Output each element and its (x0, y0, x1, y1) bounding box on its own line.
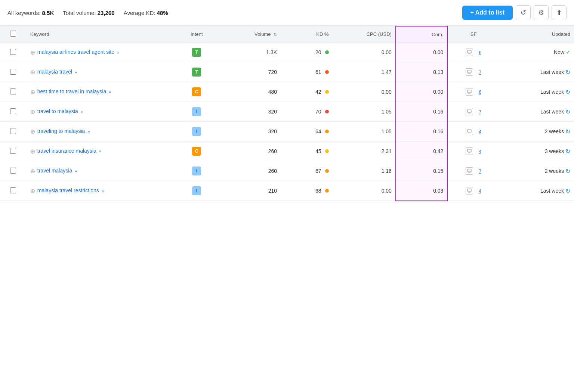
sf-preview-icon[interactable] (466, 147, 473, 155)
keyword-arrows[interactable]: » (102, 189, 104, 193)
updated-text: Last week (540, 69, 564, 75)
keyword-arrows[interactable]: » (75, 169, 77, 173)
cpc-cell: 1.05 (333, 122, 396, 141)
row-checkbox[interactable] (10, 148, 16, 154)
sf-number[interactable]: 7 (479, 69, 481, 75)
add-circle-icon[interactable]: ⊕ (30, 187, 35, 195)
keyword-arrows[interactable]: » (109, 90, 111, 94)
keyword-cell: ⊕ malaysia airlines travel agent site » (27, 43, 176, 62)
keyword-link[interactable]: travel insurance malaysia (37, 148, 96, 154)
sf-preview-icon[interactable] (466, 88, 473, 96)
volume-cell: 720 (217, 62, 281, 82)
updated-text: 2 weeks (545, 168, 564, 174)
intent-cell: C (176, 82, 217, 102)
com-cell: 0.00 (396, 82, 448, 102)
add-circle-icon[interactable]: ⊕ (30, 108, 35, 115)
sf-preview-icon[interactable] (466, 68, 473, 76)
sf-number[interactable]: 4 (479, 129, 481, 134)
header-volume[interactable]: Volume ⇅ (217, 26, 281, 43)
keyword-link[interactable]: best time to travel in malaysia (37, 88, 106, 94)
intent-badge: C (192, 147, 201, 156)
add-to-list-button[interactable]: + Add to list (462, 6, 513, 20)
kd-value: 70 (315, 109, 321, 115)
volume-cell: 260 (217, 141, 281, 161)
updated-text: Last week (540, 89, 564, 95)
sf-preview-icon[interactable] (466, 108, 473, 115)
kd-dot (325, 149, 329, 153)
keyword-arrows[interactable]: » (99, 149, 101, 153)
row-checkbox[interactable] (10, 108, 16, 114)
check-icon: ✓ (566, 49, 570, 55)
intent-badge: I (192, 127, 201, 136)
row-checkbox[interactable] (10, 168, 16, 174)
sf-preview-icon[interactable] (466, 128, 473, 135)
table-row: ⊕ travel to malaysia » I 320 70 1.05 0.1… (0, 102, 574, 122)
keyword-arrows[interactable]: » (81, 109, 83, 114)
add-circle-icon[interactable]: ⊕ (30, 168, 35, 175)
keyword-arrows[interactable]: » (87, 129, 90, 134)
keyword-link[interactable]: malaysia travel restrictions (37, 187, 99, 193)
updated-cell: Last week ↻ (499, 102, 574, 122)
kd-cell: 61 (281, 62, 333, 82)
refresh-button[interactable]: ↺ (516, 5, 531, 20)
keyword-link[interactable]: travel malaysia (37, 168, 72, 174)
row-checkbox[interactable] (10, 128, 16, 134)
com-cell: 0.16 (396, 122, 448, 141)
intent-badge: C (192, 87, 201, 96)
svg-rect-6 (467, 110, 471, 112)
keyword-link[interactable]: malaysia travel (37, 69, 72, 75)
kd-dot (325, 90, 329, 94)
select-all-checkbox[interactable] (10, 31, 16, 37)
header-cpc: CPC (USD) (333, 26, 396, 43)
keyword-cell: ⊕ best time to travel in malaysia » (27, 82, 176, 102)
row-checkbox-cell (0, 122, 27, 141)
com-cell: 0.42 (396, 141, 448, 161)
sf-preview-icon[interactable] (466, 167, 473, 175)
sf-divider: | (475, 188, 477, 194)
volume-cell: 320 (217, 102, 281, 122)
keyword-link[interactable]: travel to malaysia (37, 108, 78, 114)
add-circle-icon[interactable]: ⊕ (30, 49, 35, 56)
intent-badge: T (192, 48, 201, 57)
intent-cell: I (176, 122, 217, 141)
intent-cell: T (176, 43, 217, 62)
keyword-cell: ⊕ travel malaysia » (27, 161, 176, 181)
add-circle-icon[interactable]: ⊕ (30, 128, 35, 135)
cpc-cell: 0.00 (333, 43, 396, 62)
sf-number[interactable]: 6 (479, 89, 481, 95)
add-circle-icon[interactable]: ⊕ (30, 148, 35, 155)
row-checkbox[interactable] (10, 49, 16, 55)
table-row: ⊕ malaysia travel » T 720 61 1.47 0.13 (0, 62, 574, 82)
sf-number[interactable]: 7 (479, 168, 481, 174)
updated-cell: Now ✓ (499, 43, 574, 62)
header-checkbox-col (0, 26, 27, 43)
kd-dot (325, 110, 329, 113)
kd-cell: 68 (281, 181, 333, 201)
kd-value: 67 (315, 168, 321, 174)
header-keyword: Keyword (27, 26, 176, 43)
average-kd-stat: Average KD: 48% (124, 10, 168, 16)
row-checkbox[interactable] (10, 69, 16, 75)
add-circle-icon[interactable]: ⊕ (30, 69, 35, 76)
keyword-arrows[interactable]: » (75, 70, 77, 74)
sf-cell: | 7 (447, 62, 499, 82)
sf-preview-icon[interactable] (466, 187, 473, 195)
keyword-arrows[interactable]: » (117, 50, 119, 55)
stats-bar: All keywords: 8.5K Total volume: 23,260 … (7, 10, 455, 16)
sf-number[interactable]: 6 (479, 50, 481, 55)
row-checkbox[interactable] (10, 88, 16, 94)
sf-number[interactable]: 4 (479, 188, 481, 194)
cpc-cell: 1.16 (333, 161, 396, 181)
add-circle-icon[interactable]: ⊕ (30, 88, 35, 96)
settings-button[interactable]: ⚙ (534, 5, 549, 20)
sf-preview-icon[interactable] (466, 49, 473, 56)
keyword-cell: ⊕ travel insurance malaysia » (27, 141, 176, 161)
row-checkbox[interactable] (10, 187, 16, 193)
sf-number[interactable]: 4 (479, 149, 481, 154)
keyword-link[interactable]: malaysia airlines travel agent site (37, 49, 114, 55)
keyword-link[interactable]: traveling to malaysia (37, 128, 85, 134)
sf-number[interactable]: 7 (479, 109, 481, 115)
sf-divider: | (475, 168, 477, 174)
export-button[interactable]: ⬆ (552, 5, 567, 20)
intent-badge: T (192, 68, 201, 77)
